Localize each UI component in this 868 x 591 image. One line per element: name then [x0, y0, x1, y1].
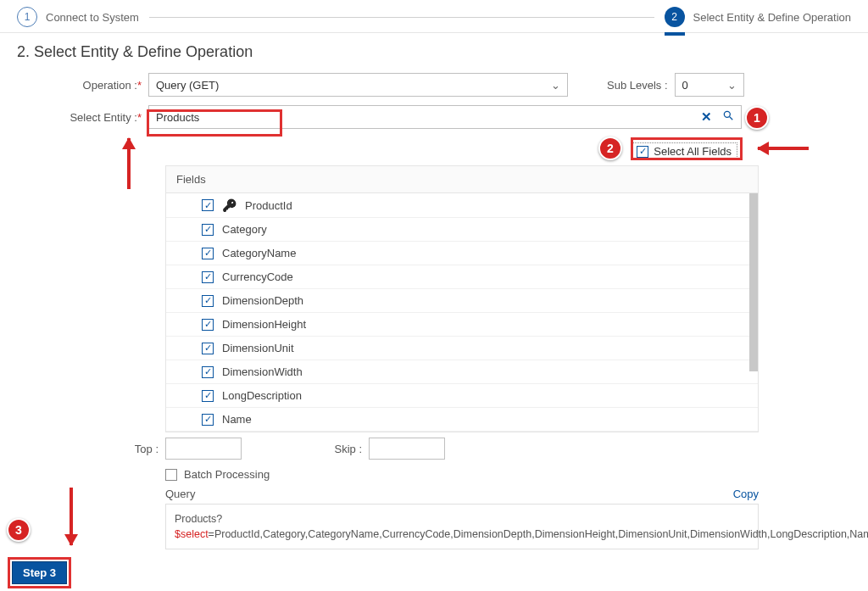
query-textbox[interactable]: Products?$select=ProductId,Category,Cate…: [165, 504, 759, 549]
svg-point-0: [724, 111, 730, 117]
field-checkbox[interactable]: [202, 199, 214, 211]
field-checkbox[interactable]: [202, 343, 214, 354]
operation-label: Operation :*: [17, 79, 148, 92]
main-panel: 2. Select Entity & Define Operation Oper…: [0, 33, 868, 590]
step-2-label: Select Entity & Define Operation: [693, 11, 851, 24]
field-name: DimensionUnit: [222, 342, 294, 354]
select-all-row: Select All Fields: [17, 137, 851, 165]
field-checkbox[interactable]: [202, 319, 214, 331]
annotation-highlight-step3: Step 3: [8, 557, 71, 588]
operation-value: Query (GET): [156, 79, 219, 92]
field-row[interactable]: Name: [166, 408, 758, 432]
section-title: 2. Select Entity & Define Operation: [17, 43, 851, 61]
top-input[interactable]: [165, 438, 242, 460]
entity-label: Select Entity :*: [17, 111, 148, 124]
batch-label: Batch Processing: [184, 468, 270, 481]
step-1-label: Connect to System: [46, 11, 139, 24]
field-name: CategoryName: [222, 247, 296, 259]
scrollbar-thumb[interactable]: [749, 193, 758, 371]
field-name: Category: [222, 223, 267, 236]
chevron-down-icon: ⌄: [551, 79, 560, 92]
batch-checkbox[interactable]: [165, 469, 177, 481]
entity-row: Select Entity :* ✕: [17, 105, 851, 129]
field-name: DimensionWidth: [222, 365, 303, 378]
select-all-checkbox[interactable]: Select All Fields: [632, 142, 737, 160]
step-connector: [149, 17, 654, 18]
fields-list[interactable]: 🔑ProductIdCategoryCategoryNameCurrencyCo…: [166, 193, 758, 432]
svg-line-1: [730, 117, 733, 120]
top-label: Top :: [114, 443, 165, 455]
field-checkbox[interactable]: [202, 366, 214, 378]
field-name: LongDescription: [222, 389, 302, 402]
field-row[interactable]: Category: [166, 218, 758, 242]
skip-input[interactable]: [369, 438, 445, 460]
sublevels-value: 0: [682, 79, 688, 92]
skip-label: Skip :: [318, 443, 369, 455]
field-row[interactable]: CurrencyCode: [166, 265, 758, 289]
field-name: ProductId: [245, 199, 292, 212]
checkbox-icon: [637, 146, 648, 158]
annotation-arrow-left: [758, 147, 809, 150]
top-skip-row: Top : Skip :: [114, 438, 851, 460]
field-checkbox[interactable]: [202, 414, 214, 426]
field-checkbox[interactable]: [202, 248, 214, 259]
fields-panel: Fields 🔑ProductIdCategoryCategoryNameCur…: [165, 165, 759, 432]
annotation-arrow-down: [70, 488, 73, 545]
field-row[interactable]: DimensionUnit: [166, 337, 758, 360]
field-name: CurrencyCode: [222, 270, 293, 283]
step-1[interactable]: 1 Connect to System: [17, 7, 139, 27]
fields-column-header: Fields: [166, 166, 758, 193]
field-checkbox[interactable]: [202, 295, 214, 307]
field-checkbox[interactable]: [202, 224, 214, 236]
annotation-badge-3: 3: [7, 518, 31, 542]
field-row[interactable]: 🔑ProductId: [166, 193, 758, 218]
search-icon[interactable]: [722, 109, 734, 125]
copy-button[interactable]: Copy: [733, 488, 759, 500]
annotation-badge-1: 1: [745, 106, 769, 130]
chevron-down-icon: ⌄: [727, 79, 737, 92]
batch-row: Batch Processing: [165, 468, 851, 481]
step-2-number: 2: [665, 7, 685, 27]
step-2[interactable]: 2 Select Entity & Define Operation: [665, 7, 851, 27]
entity-input[interactable]: [156, 111, 701, 124]
annotation-arrow-up: [127, 138, 131, 189]
operation-row: Operation :* Query (GET) ⌄ Sub Levels : …: [17, 73, 851, 97]
field-checkbox[interactable]: [202, 390, 214, 402]
sublevels-label: Sub Levels :: [607, 79, 668, 92]
query-section: Query Copy Products?$select=ProductId,Ca…: [165, 488, 759, 549]
select-all-label: Select All Fields: [654, 145, 732, 158]
query-label: Query: [165, 488, 195, 500]
field-name: DimensionHeight: [222, 318, 306, 331]
field-checkbox[interactable]: [202, 271, 214, 283]
clear-icon[interactable]: ✕: [701, 109, 712, 125]
key-icon: 🔑: [222, 198, 236, 212]
step-3-button[interactable]: Step 3: [12, 561, 67, 584]
field-row[interactable]: DimensionDepth: [166, 289, 758, 313]
field-row[interactable]: DimensionWidth: [166, 360, 758, 384]
step-1-number: 1: [17, 7, 37, 27]
wizard-stepper: 1 Connect to System 2 Select Entity & De…: [0, 0, 868, 33]
annotation-badge-2: 2: [598, 137, 622, 160]
field-name: DimensionDepth: [222, 294, 303, 307]
operation-select[interactable]: Query (GET) ⌄: [148, 73, 568, 97]
entity-input-wrap: ✕: [148, 105, 742, 129]
field-name: Name: [222, 413, 252, 426]
field-row[interactable]: DimensionHeight: [166, 313, 758, 337]
field-row[interactable]: LongDescription: [166, 384, 758, 408]
field-row[interactable]: CategoryName: [166, 242, 758, 265]
sublevels-select[interactable]: 0 ⌄: [675, 73, 744, 97]
